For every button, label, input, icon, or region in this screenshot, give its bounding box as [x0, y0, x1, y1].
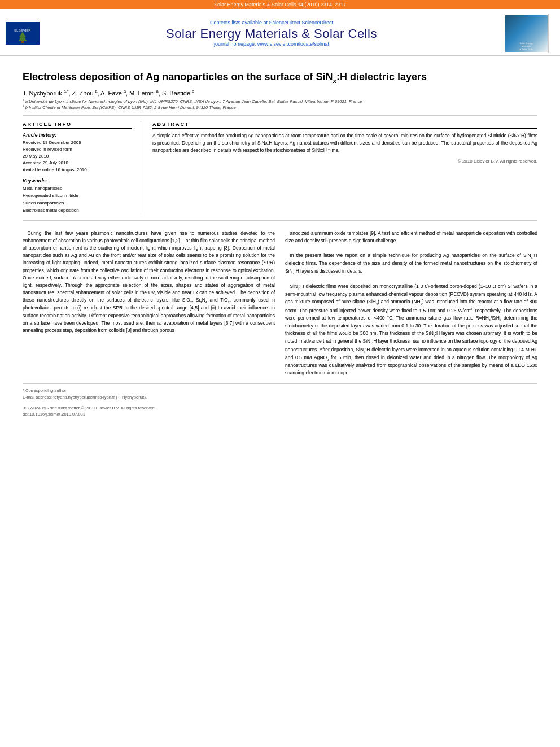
- article-title: Electroless deposition of Ag nanoparticl…: [23, 71, 537, 85]
- body-columns: During the last few years plasmonic nano…: [23, 230, 537, 377]
- corresponding-author: * Corresponding author.: [23, 387, 537, 394]
- elsevier-logo-box: ELSEVIER: [6, 22, 40, 45]
- article-info-column: ARTICLE INFO Article history: Received 1…: [23, 121, 141, 214]
- journal-cover-thumbnail: Solar EnergyMaterials& Solar Cells: [504, 14, 549, 53]
- elsevier-logo-area: ELSEVIER: [6, 22, 40, 45]
- body-left-column: During the last few years plasmonic nano…: [23, 230, 275, 377]
- copyright-footer: 0927-0248/$ - see front matter © 2010 El…: [23, 405, 537, 418]
- article-history-label: Article history:: [23, 132, 132, 138]
- divider-2: [23, 220, 537, 221]
- keywords-label: Keywords:: [23, 178, 132, 184]
- journal-header: ELSEVIER Contents lists available at Sci…: [0, 9, 560, 56]
- info-abstract-columns: ARTICLE INFO Article history: Received 1…: [23, 121, 537, 214]
- doi-text: doi:10.1016/j.solmat.2010.07.031: [23, 412, 85, 417]
- top-banner: Solar Energy Materials & Solar Cells 94 …: [0, 0, 560, 9]
- main-content: Electroless deposition of Ag nanoparticl…: [0, 56, 560, 429]
- divider-1: [23, 115, 537, 116]
- journal-title: Solar Energy Materials & Solar Cells: [40, 27, 504, 41]
- keyword-2: Hydrogenated silicon nitride: [23, 193, 132, 200]
- svg-rect-4: [21, 41, 24, 43]
- abstract-column: ABSTRACT A simple and effective method f…: [152, 121, 537, 214]
- article-info-header: ARTICLE INFO: [23, 121, 132, 129]
- abstract-header: ABSTRACT: [152, 121, 537, 129]
- journal-homepage: journal homepage: www.elsevier.com/locat…: [40, 41, 504, 47]
- revised-label: Received in revised form: [23, 146, 132, 153]
- elsevier-logo: ELSEVIER: [6, 22, 40, 45]
- body-right-text-2: In the present letter we report on a sim…: [285, 252, 537, 276]
- accepted-date: Accepted 29 July 2010: [23, 160, 132, 167]
- abstract-text: A simple and effective method for produc…: [152, 132, 537, 154]
- keyword-1: Metal nanoparticles: [23, 185, 132, 193]
- copyright-text: 0927-0248/$ - see front matter © 2010 El…: [23, 405, 156, 410]
- journal-title-area: Contents lists available at ScienceDirec…: [40, 20, 504, 47]
- body-right-text-1: anodized aluminium oxide templates [9]. …: [285, 230, 537, 244]
- body-right-text-3: SiNx:H dielectric films were deposited o…: [285, 283, 537, 377]
- email-address: E-mail address: tetyana.nychyporuk@insa-…: [23, 394, 537, 400]
- available-date: Available online 16 August 2010: [23, 167, 132, 173]
- journal-cover-image: Solar EnergyMaterials& Solar Cells: [505, 15, 548, 52]
- body-right-column: anodized aluminium oxide templates [9]. …: [285, 230, 537, 377]
- keyword-3: Silicon nanoparticles: [23, 200, 132, 207]
- revised-date: 29 May 2010: [23, 153, 132, 160]
- keyword-4: Electroless metal deposition: [23, 207, 132, 215]
- authors-line: T. Nychyporuk a,*, Z. Zhou a, A. Fave a,…: [23, 89, 537, 97]
- svg-text:ELSEVIER: ELSEVIER: [14, 29, 31, 32]
- affiliations: a a Université de Lyon, Institute for Na…: [23, 98, 537, 111]
- body-left-text: During the last few years plasmonic nano…: [23, 230, 275, 334]
- received-date: Received 19 December 2009: [23, 139, 132, 146]
- footnotes: * Corresponding author. E-mail address: …: [23, 383, 537, 400]
- abstract-copyright: © 2010 Elsevier B.V. All rights reserved…: [152, 159, 537, 164]
- banner-text: Solar Energy Materials & Solar Cells 94 …: [214, 2, 346, 7]
- contents-line: Contents lists available at ScienceDirec…: [40, 20, 504, 25]
